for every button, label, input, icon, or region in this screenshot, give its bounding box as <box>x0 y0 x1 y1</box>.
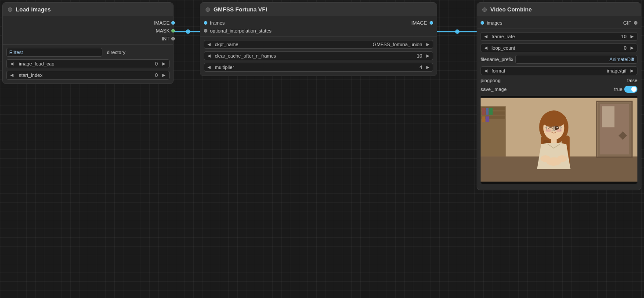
filename-prefix-row: filename_prefix <box>477 54 641 65</box>
vc-output-gif: GIF <box>623 20 637 25</box>
vc-images-input-dot[interactable] <box>481 21 484 25</box>
node-load-images-body: IMAGE MASK INT directory ◄ image_load_ca… <box>3 16 173 84</box>
start-index-label: start_index <box>17 73 155 78</box>
filename-prefix-input[interactable] <box>515 55 637 64</box>
gmfss-optional-dot[interactable] <box>204 29 207 33</box>
port-image-label: IMAGE <box>154 20 170 25</box>
start-index-value: 0 <box>155 73 159 78</box>
gmfss-output-image: IMAGE <box>412 20 433 25</box>
filename-prefix-label: filename_prefix <box>481 57 514 62</box>
vc-gif-label: GIF <box>623 20 631 25</box>
vc-images-label: images <box>487 20 502 25</box>
loop-count-prev[interactable]: ◄ <box>481 44 491 52</box>
image-load-cap-label: image_load_cap <box>17 61 155 66</box>
clear-cache-label: clear_cache_after_n_frames <box>214 53 276 58</box>
save-image-row: save_image true <box>477 84 641 94</box>
frame-rate-control: ◄ frame_rate 10 ► <box>481 32 637 41</box>
ckpt-name-control: ◄ ckpt_name GMFSS_fortuna_union ► <box>204 40 433 49</box>
port-mask-label: MASK <box>156 28 170 33</box>
start-index-row: ◄ start_index 0 ► <box>3 69 173 81</box>
frame-rate-value: 10 <box>515 34 627 39</box>
port-int-dot[interactable] <box>171 37 175 40</box>
port-int-label: INT <box>162 36 170 41</box>
vc-gif-output-dot[interactable] <box>634 21 637 25</box>
format-prev[interactable]: ◄ <box>481 67 491 75</box>
node-video-combine-body: images GIF ◄ frame_rate 10 ► ◄ loop_coun… <box>477 16 641 190</box>
node-video-combine-header: Video Combine <box>477 3 641 16</box>
image-load-cap-increment[interactable]: ► <box>159 60 169 68</box>
frame-rate-row: ◄ frame_rate 10 ► <box>477 31 641 42</box>
directory-field-row: directory <box>3 47 173 58</box>
clear-cache-control: ◄ clear_cache_after_n_frames 10 ► <box>204 51 433 60</box>
port-image-dot[interactable] <box>171 21 175 25</box>
video-preview <box>481 96 637 184</box>
loop-count-next[interactable]: ► <box>627 44 637 52</box>
svg-point-1 <box>455 29 459 34</box>
vc-input-images: images <box>481 20 502 25</box>
anime-preview-svg <box>481 96 637 184</box>
format-label: format <box>491 68 505 73</box>
port-row-image-out: IMAGE <box>3 19 173 27</box>
node-video-combine-title: Video Combine <box>490 6 532 13</box>
multiplier-prev[interactable]: ◄ <box>204 63 214 71</box>
ckpt-name-next[interactable]: ► <box>423 40 433 48</box>
directory-input[interactable] <box>6 48 102 57</box>
frame-rate-prev[interactable]: ◄ <box>481 33 491 40</box>
pingpong-row: pingpong false <box>477 76 641 84</box>
node-gmfss-title: GMFSS Fortuna VFI <box>213 6 267 13</box>
frame-rate-next[interactable]: ► <box>627 33 637 40</box>
clear-cache-prev[interactable]: ◄ <box>204 52 214 60</box>
loop-count-control: ◄ loop_count 0 ► <box>481 44 637 52</box>
image-load-cap-decrement[interactable]: ◄ <box>7 60 17 68</box>
node-load-images-title: Load Images <box>16 6 51 13</box>
start-index-stepper: ◄ start_index 0 ► <box>6 71 170 80</box>
node-load-images: Load Images IMAGE MASK INT directory ◄ i… <box>2 2 174 84</box>
port-mask-dot[interactable] <box>171 29 175 33</box>
ckpt-name-value: GMFSS_fortuna_union <box>239 42 423 47</box>
node-gmfss-header: GMFSS Fortuna VFI <box>200 3 437 16</box>
multiplier-control: ◄ multiplier 4 ► <box>204 63 433 72</box>
node-gmfss-body: frames IMAGE optional_interpolation_stat… <box>200 16 437 76</box>
svg-rect-38 <box>481 98 637 182</box>
image-load-cap-row: ◄ image_load_cap 0 ► <box>3 58 173 69</box>
multiplier-next[interactable]: ► <box>423 63 433 71</box>
gmfss-frames-input-dot[interactable] <box>204 21 207 25</box>
gmfss-optional-row: optional_interpolation_states <box>200 27 437 35</box>
pingpong-label: pingpong <box>481 78 626 83</box>
gmfss-frames-label: frames <box>210 20 225 25</box>
clear-cache-value: 10 <box>276 53 423 58</box>
port-row-mask-out: MASK <box>3 27 173 35</box>
node-video-combine: Video Combine images GIF ◄ frame_rate 10… <box>477 2 641 190</box>
start-index-decrement[interactable]: ◄ <box>7 71 17 79</box>
format-next[interactable]: ► <box>627 67 637 75</box>
directory-label: directory <box>104 48 170 56</box>
ckpt-name-row: ◄ ckpt_name GMFSS_fortuna_union ► <box>200 39 437 50</box>
gmfss-optional-label: optional_interpolation_states <box>210 28 271 33</box>
svg-point-0 <box>186 29 190 34</box>
loop-count-row: ◄ loop_count 0 ► <box>477 42 641 54</box>
loop-count-value: 0 <box>515 45 627 51</box>
frame-rate-label: frame_rate <box>491 34 515 39</box>
node-gmfss-status-dot <box>206 7 210 12</box>
multiplier-value: 4 <box>234 65 423 70</box>
image-load-cap-value: 0 <box>155 61 159 66</box>
clear-cache-row: ◄ clear_cache_after_n_frames 10 ► <box>200 50 437 62</box>
save-image-label: save_image <box>481 87 612 92</box>
ckpt-name-label: ckpt_name <box>214 42 239 47</box>
start-index-increment[interactable]: ► <box>159 71 169 79</box>
loop-count-label: loop_count <box>491 45 515 51</box>
format-control: ◄ format image/gif ► <box>481 66 637 75</box>
format-row: ◄ format image/gif ► <box>477 65 641 76</box>
save-image-value: true <box>614 87 622 92</box>
clear-cache-next[interactable]: ► <box>423 52 433 60</box>
port-row-int-out: INT <box>3 35 173 43</box>
save-image-toggle[interactable] <box>624 86 637 93</box>
multiplier-label: multiplier <box>214 65 234 70</box>
image-load-cap-stepper: ◄ image_load_cap 0 ► <box>6 59 170 68</box>
gmfss-port-row: frames IMAGE <box>200 19 437 27</box>
node-status-dot <box>8 7 12 12</box>
gmfss-image-out-label: IMAGE <box>412 20 427 25</box>
ckpt-name-prev[interactable]: ◄ <box>204 40 214 48</box>
node-load-images-header: Load Images <box>3 3 173 16</box>
gmfss-image-output-dot[interactable] <box>430 21 433 25</box>
